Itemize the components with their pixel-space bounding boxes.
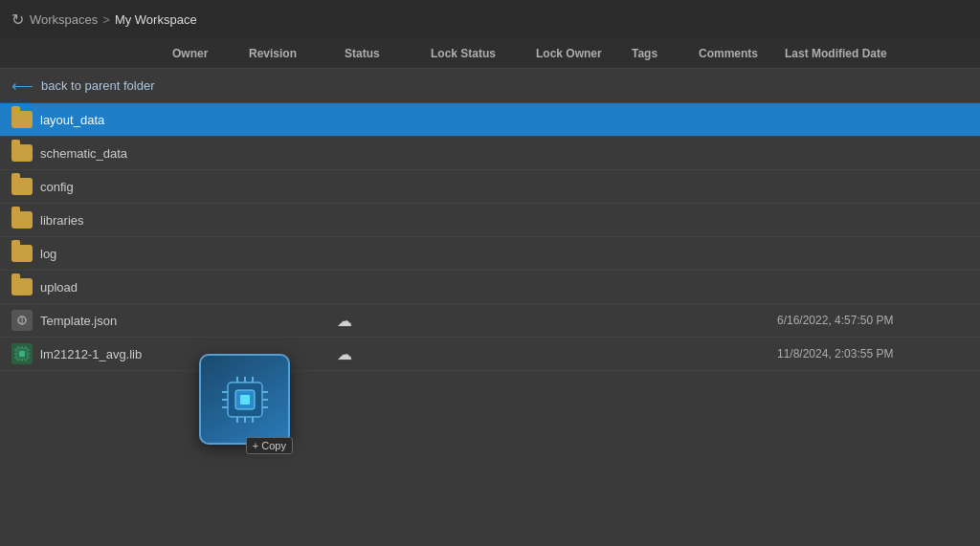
file-name: schematic_data	[40, 146, 165, 161]
table-row[interactable]: lm21212-1_avg.lib ☁ 11/8/2024, 2:03:55 P…	[0, 338, 980, 371]
col-header-comments: Comments	[699, 47, 785, 60]
row-columns: ☁ 6/16/2022, 4:57:50 PM	[165, 312, 969, 330]
col-header-status: Status	[345, 47, 431, 60]
table-row[interactable]: libraries	[0, 204, 980, 237]
table-row[interactable]: log	[0, 237, 980, 271]
col-status-value: ☁	[337, 345, 423, 363]
lib-file-icon	[11, 343, 33, 364]
col-header-last-modified: Last Modified Date	[785, 47, 976, 60]
file-name: libraries	[40, 213, 165, 228]
table-row[interactable]: config	[0, 170, 980, 204]
refresh-icon[interactable]: ↻	[11, 11, 24, 29]
col-date-value: 11/8/2024, 2:03:55 PM	[777, 347, 969, 360]
file-list: layout_data schematic_data config	[0, 103, 980, 371]
json-file-icon	[11, 310, 33, 331]
file-name: Template.json	[40, 314, 165, 328]
table-row[interactable]: upload	[0, 271, 980, 304]
folder-icon	[11, 111, 33, 128]
table-row[interactable]: Template.json ☁ 6/16/2022, 4:57:50 PM	[0, 304, 980, 338]
col-header-revision: Revision	[249, 47, 345, 60]
file-name: upload	[40, 280, 165, 295]
table-row[interactable]: schematic_data	[0, 137, 980, 170]
cloud-status-icon: ☁	[337, 313, 352, 329]
top-nav: ↻ Workspaces > My Workspace	[0, 0, 980, 38]
breadcrumb-current[interactable]: My Workspace	[115, 12, 197, 27]
breadcrumb: Workspaces > My Workspace	[30, 12, 197, 27]
col-header-lock-status: Lock Status	[431, 47, 536, 60]
back-label: back to parent folder	[41, 78, 155, 93]
drag-thumbnail: + Copy	[199, 354, 290, 445]
back-arrow-icon: ⟵	[11, 76, 33, 95]
col-status-value: ☁	[337, 312, 423, 330]
back-to-parent-row[interactable]: ⟵ back to parent folder	[0, 69, 980, 103]
copy-badge: + Copy	[246, 437, 293, 454]
folder-icon	[11, 144, 33, 162]
column-headers: Owner Revision Status Lock Status Lock O…	[0, 38, 980, 69]
folder-icon	[11, 178, 33, 195]
table-row[interactable]: layout_data	[0, 103, 980, 137]
svg-rect-4	[19, 351, 25, 357]
file-name: layout_data	[40, 113, 165, 127]
col-header-owner: Owner	[172, 47, 249, 60]
folder-icon	[11, 211, 33, 229]
col-date-value: 6/16/2022, 4:57:50 PM	[777, 314, 969, 327]
svg-rect-19	[240, 395, 250, 404]
file-name: log	[40, 247, 165, 261]
col-header-lock-owner: Lock Owner	[536, 47, 632, 60]
folder-icon	[11, 245, 33, 262]
file-name: config	[40, 180, 165, 194]
file-name: lm21212-1_avg.lib	[40, 347, 165, 361]
col-header-tags: Tags	[632, 47, 699, 60]
breadcrumb-workspaces[interactable]: Workspaces	[30, 12, 98, 27]
cloud-status-icon: ☁	[337, 346, 352, 362]
file-browser: ⟵ back to parent folder layout_data sche…	[0, 69, 980, 371]
breadcrumb-separator: >	[102, 12, 110, 27]
folder-icon	[11, 278, 33, 295]
